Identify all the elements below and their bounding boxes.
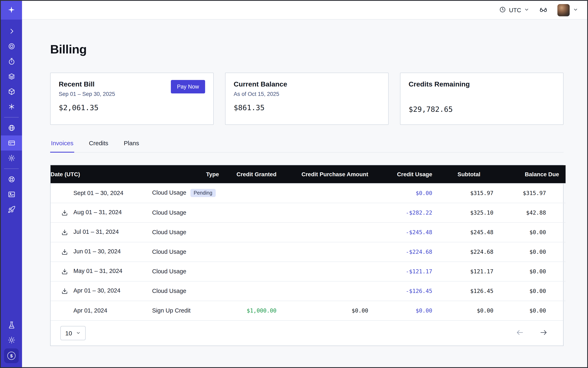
credit-granted-cell: $1,000.00 <box>226 301 283 320</box>
sidebar-group-main <box>1 24 22 114</box>
sidebar-item-docs[interactable] <box>1 187 22 202</box>
download-invoice-button[interactable] <box>61 268 68 275</box>
page-size-value: 10 <box>65 330 72 337</box>
rocket-icon <box>8 206 15 213</box>
tab[interactable]: Invoices <box>50 139 74 153</box>
invoice-date-cell: Jun 01 – 30, 2024 <box>51 242 152 261</box>
flask-icon <box>8 321 15 329</box>
invoice-date-cell: Jul 01 – 31, 2024 <box>51 222 152 242</box>
tab[interactable]: Plans <box>123 139 140 153</box>
layers-icon <box>8 73 15 80</box>
download-invoice-button[interactable] <box>61 288 68 294</box>
credits-remaining-card: Credits Remaining $29,782.65 <box>400 73 563 125</box>
credit-usage-cell: -$224.68 <box>375 242 439 261</box>
balance-as-of: As of Oct 15, 2025 <box>234 91 380 97</box>
invoice-type: Cloud Usage <box>152 248 186 255</box>
table-header-row: Date (UTC)TypeCredit GrantedCredit Purch… <box>51 165 566 183</box>
column-header: Subtotal <box>439 165 500 183</box>
sidebar-item-namespaces[interactable] <box>1 69 22 84</box>
credit-usage-cell: -$282.22 <box>375 203 439 222</box>
sidebar-item-workflows[interactable] <box>1 39 22 54</box>
sidebar-item-support[interactable] <box>1 172 22 187</box>
sidebar-item-settings[interactable] <box>1 151 22 166</box>
previous-page-button[interactable] <box>516 328 524 338</box>
table-row: Apr 01, 2024 Sign Up Credit $1,000.00 $0… <box>51 301 566 320</box>
download-slot <box>61 287 73 294</box>
table-row: Aug 01 – 31, 2024 Cloud Usage -$282.22 $… <box>51 203 566 222</box>
column-header: Date (UTC) <box>51 165 152 183</box>
card-title: Current Balance <box>234 80 380 89</box>
credit-card-icon <box>8 139 15 147</box>
sidebar-item-getting-started[interactable] <box>1 202 22 217</box>
download-invoice-button[interactable] <box>61 229 68 236</box>
invoice-date: Sept 01 – 30, 2024 <box>73 190 123 196</box>
sidebar-divider <box>4 168 19 169</box>
column-header: Type <box>152 165 226 183</box>
download-invoice-button[interactable] <box>61 248 68 255</box>
sidebar-item-currency[interactable]: $ <box>4 349 19 363</box>
sidebar-item-billing[interactable] <box>1 136 22 151</box>
app-logo[interactable] <box>1 1 22 19</box>
sidebar-item-theme[interactable] <box>1 332 22 348</box>
tab[interactable]: Credits <box>88 139 109 153</box>
sidebar-divider <box>4 117 19 118</box>
download-invoice-button[interactable] <box>61 209 68 216</box>
sidebar-item-schedules[interactable] <box>1 54 22 69</box>
credit-purchase-cell <box>283 261 375 281</box>
account-menu[interactable] <box>557 4 578 16</box>
sidebar-group-help <box>1 172 22 217</box>
labs-toggle-button[interactable] <box>539 5 548 15</box>
invoice-type: Cloud Usage <box>152 268 186 275</box>
sidebar-spacer <box>1 217 22 317</box>
invoice-date: Apr 01 – 30, 2024 <box>73 287 120 294</box>
credit-usage-cell: -$126.45 <box>375 281 439 301</box>
column-header: Credit Purchase Amount <box>283 165 375 183</box>
table-row: May 01 – 31, 2024 Cloud Usage -$121.17 $… <box>51 261 566 281</box>
credit-purchase-cell <box>283 203 375 222</box>
avatar <box>557 4 570 16</box>
status-badge: Pending <box>190 189 216 197</box>
table-row: Apr 01 – 30, 2024 Cloud Usage -$126.45 $… <box>51 281 566 301</box>
credit-granted-cell <box>226 222 283 242</box>
sidebar-expand-button[interactable] <box>1 24 22 39</box>
target-icon <box>8 42 15 50</box>
invoice-type: Cloud Usage <box>152 189 186 196</box>
download-icon <box>61 288 68 294</box>
credit-usage-cell: -$121.17 <box>375 261 439 281</box>
credits-remaining-amount: $29,782.65 <box>408 105 555 113</box>
balance-due-cell: $0.00 <box>500 301 566 320</box>
invoice-type-cell: Cloud Usage <box>152 203 226 222</box>
download-slot <box>61 268 73 275</box>
sidebar-item-nexus[interactable] <box>1 99 22 114</box>
current-balance-card: Current Balance As of Oct 15, 2025 $861.… <box>225 73 389 125</box>
subtotal-cell: $224.68 <box>439 242 500 261</box>
table-row: Jul 01 – 31, 2024 Cloud Usage -$245.48 $… <box>51 222 566 242</box>
credit-usage-cell: $0.00 <box>375 183 439 203</box>
pay-now-button[interactable]: Pay Now <box>171 80 205 93</box>
invoice-date-cell: Apr 01, 2024 <box>51 301 152 320</box>
sidebar-item-labs[interactable] <box>1 317 22 332</box>
balance-due-cell: $0.00 <box>500 281 566 301</box>
app-window: $ UTC Billing Recent Bill Sep 01 – Sep 3… <box>0 0 588 368</box>
chevron-down-icon <box>524 7 529 13</box>
main-content: Billing Recent Bill Sep 01 – Sep 30, 202… <box>22 19 587 367</box>
download-slot <box>61 209 73 216</box>
invoices-table: Date (UTC)TypeCredit GrantedCredit Purch… <box>50 165 563 346</box>
download-icon <box>61 268 68 275</box>
table-footer: 10 <box>51 320 563 346</box>
page-size-select[interactable]: 10 <box>60 326 85 340</box>
sidebar-item-deployments[interactable] <box>1 84 22 99</box>
table-row: Jun 01 – 30, 2024 Cloud Usage -$224.68 $… <box>51 242 566 261</box>
invoice-date: Apr 01, 2024 <box>73 307 107 314</box>
current-balance-amount: $861.35 <box>234 103 380 112</box>
credit-purchase-cell: $0.00 <box>283 301 375 320</box>
download-icon <box>61 229 68 236</box>
timezone-selector[interactable]: UTC <box>499 6 529 14</box>
globe-icon <box>8 124 15 132</box>
next-page-button[interactable] <box>540 328 548 338</box>
column-header: Credit Granted <box>226 165 283 183</box>
credit-purchase-cell <box>283 242 375 261</box>
glasses-icon <box>539 5 548 15</box>
sidebar-item-usage[interactable] <box>1 120 22 136</box>
timezone-label: UTC <box>509 7 521 13</box>
